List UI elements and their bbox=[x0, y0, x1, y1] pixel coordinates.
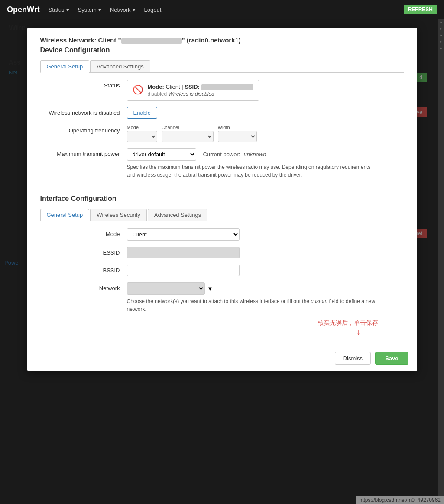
nav-status[interactable]: Status ▾ bbox=[49, 6, 69, 13]
network-form-label: Network bbox=[40, 282, 127, 291]
status-label: Status bbox=[40, 80, 127, 89]
section-divider bbox=[40, 187, 404, 187]
network-arrow: ▼ bbox=[207, 285, 213, 292]
tab-iface-general[interactable]: General Setup bbox=[40, 209, 90, 221]
modal-footer: Dismiss Save bbox=[27, 346, 417, 371]
refresh-button[interactable]: REFRESH bbox=[404, 5, 437, 14]
freq-group: Mode Channel Width bbox=[127, 125, 404, 142]
chinese-note: 核实无误后，单击保存 bbox=[40, 319, 404, 327]
mode-control-area: Client bbox=[127, 228, 404, 241]
freq-channel-label: Channel bbox=[162, 125, 214, 130]
ssid-label-text: SSID: bbox=[185, 84, 200, 90]
nav-network-arrow: ▾ bbox=[133, 6, 136, 13]
operating-freq-row: Operating frequency Mode Channel bbox=[40, 125, 404, 142]
max-power-row: Maximum transmit power driver default - … bbox=[40, 148, 404, 179]
wireless-disabled-label: Wireless network is disabled bbox=[40, 107, 127, 116]
wireless-disabled-row: Wireless network is disabled Enable bbox=[40, 107, 404, 119]
freq-controls: Mode Channel Width bbox=[127, 125, 404, 142]
nav-logout[interactable]: Logout bbox=[144, 6, 162, 13]
arrow-annotation: ↓ bbox=[40, 327, 404, 337]
power-select[interactable]: driver default bbox=[127, 148, 196, 161]
power-control-area: driver default - Current power: unknown … bbox=[127, 148, 404, 179]
ssid-value-blur bbox=[201, 84, 253, 90]
nav-network-label: Network bbox=[110, 6, 131, 13]
freq-mode-select[interactable] bbox=[127, 131, 157, 142]
nav-status-label: Status bbox=[49, 6, 65, 13]
freq-width-item: Width bbox=[218, 125, 257, 142]
interface-tabs: General Setup Wireless Security Advanced… bbox=[40, 209, 404, 221]
network-select-row: ▼ bbox=[127, 282, 404, 295]
network-row: Network ▼ Choose the network(s) you want… bbox=[40, 282, 404, 313]
enable-button-area: Enable bbox=[127, 107, 404, 119]
power-desc: Specifies the maximum transmit power the… bbox=[127, 163, 378, 179]
modal-title: Wireless Network: Client "" (radio0.netw… bbox=[40, 36, 404, 44]
status-box: 🚫 Mode: Client | SSID: disabled bbox=[127, 80, 259, 101]
device-tabs: General Setup Advanced Settings bbox=[40, 60, 404, 73]
freq-mode-item: Mode bbox=[127, 125, 157, 142]
tab-iface-advanced[interactable]: Advanced Settings bbox=[148, 209, 207, 221]
modal-overlay: Wireless Network: Client "" (radio0.netw… bbox=[0, 19, 444, 504]
nav-system-arrow: ▾ bbox=[98, 6, 101, 13]
freq-channel-item: Channel bbox=[162, 125, 214, 142]
interface-config-title: Interface Configuration bbox=[40, 195, 404, 204]
tab-iface-wireless-security[interactable]: Wireless Security bbox=[90, 209, 146, 221]
dismiss-button[interactable]: Dismiss bbox=[335, 352, 371, 365]
save-button[interactable]: Save bbox=[375, 352, 408, 365]
status-icon: 🚫 bbox=[133, 84, 143, 95]
status-control: 🚫 Mode: Client | SSID: disabled bbox=[127, 80, 404, 101]
status-text-area: Mode: Client | SSID: disabled Wireless i… bbox=[148, 84, 253, 97]
mode-label-text: Mode: bbox=[148, 84, 164, 90]
freq-width-select[interactable] bbox=[218, 131, 257, 142]
bssid-control-area bbox=[127, 265, 404, 276]
modal-dialog: Wireless Network: Client "" (radio0.netw… bbox=[27, 28, 417, 371]
status-row: Status 🚫 Mode: Client | SSID: bbox=[40, 80, 404, 101]
power-row: driver default - Current power: unknown bbox=[127, 148, 404, 161]
mode-select[interactable]: Client bbox=[127, 228, 240, 241]
nav-system[interactable]: System ▾ bbox=[78, 6, 101, 13]
essid-row: ESSID bbox=[40, 247, 404, 258]
max-power-label: Maximum transmit power bbox=[40, 148, 127, 157]
tab-device-general[interactable]: General Setup bbox=[40, 60, 90, 73]
network-desc: Choose the network(s) you want to attach… bbox=[127, 297, 378, 313]
essid-input[interactable] bbox=[127, 247, 240, 258]
freq-width-label: Width bbox=[218, 125, 257, 130]
tab-device-advanced[interactable]: Advanced Settings bbox=[90, 60, 150, 72]
mode-form-label: Mode bbox=[40, 228, 127, 237]
brand: OpenWrt bbox=[7, 5, 40, 14]
bssid-label: BSSID bbox=[40, 265, 127, 274]
nav-network[interactable]: Network ▾ bbox=[110, 6, 136, 13]
nav-logout-label: Logout bbox=[144, 6, 162, 13]
navbar: OpenWrt Status ▾ System ▾ Network ▾ Logo… bbox=[0, 0, 444, 19]
bssid-input[interactable] bbox=[127, 265, 240, 276]
device-config-title: Device Configuration bbox=[40, 46, 404, 56]
mode-row: Mode Client bbox=[40, 228, 404, 241]
nav-status-arrow: ▾ bbox=[66, 6, 69, 13]
status-wireless-disabled: Wireless is disabled bbox=[169, 91, 214, 97]
freq-mode-label: Mode bbox=[127, 125, 157, 130]
network-desc-custom: custom bbox=[311, 298, 327, 304]
essid-label: ESSID bbox=[40, 247, 127, 256]
bssid-row: BSSID bbox=[40, 265, 404, 276]
status-disabled-word: disabled bbox=[148, 91, 167, 97]
ssid-blur-title bbox=[121, 38, 182, 44]
power-current-value: unknown bbox=[243, 151, 266, 158]
mode-value: Client bbox=[165, 84, 180, 90]
essid-control-area bbox=[127, 247, 404, 258]
network-control-area: ▼ Choose the network(s) you want to atta… bbox=[127, 282, 404, 313]
power-current-prefix: - Current power: bbox=[200, 151, 240, 158]
network-desc-part1: Choose the network(s) you want to attach… bbox=[127, 298, 310, 304]
nav-system-label: System bbox=[78, 6, 97, 13]
freq-channel-select[interactable] bbox=[162, 131, 214, 142]
status-disabled-row: disabled Wireless is disabled bbox=[148, 90, 253, 97]
operating-freq-label: Operating frequency bbox=[40, 125, 127, 134]
network-select[interactable] bbox=[127, 282, 205, 295]
enable-button[interactable]: Enable bbox=[127, 107, 157, 119]
